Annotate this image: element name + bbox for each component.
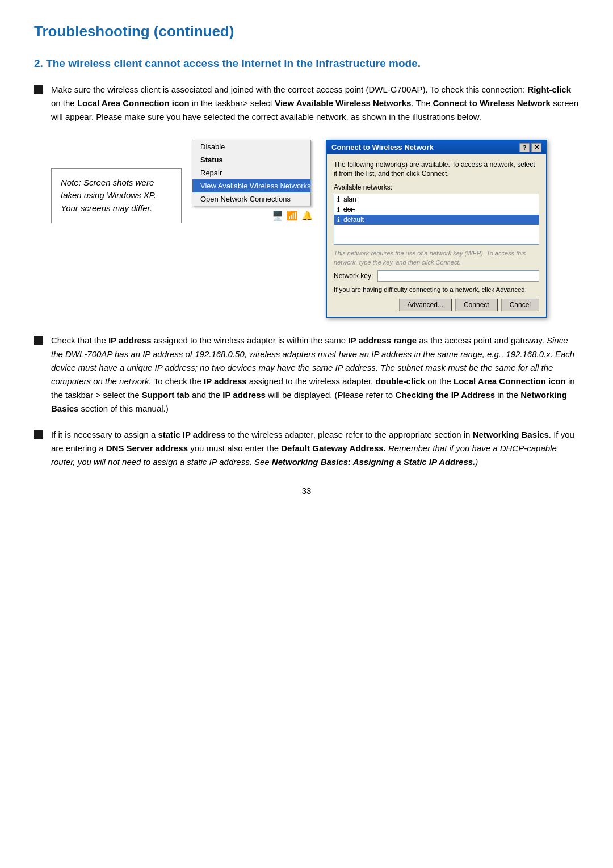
dialog-close-button[interactable]: ✕	[531, 143, 541, 152]
network-icon-alan: ℹ	[337, 195, 340, 203]
context-menu-item-open-connections[interactable]: Open Network Connections	[192, 192, 310, 206]
page-title: Troubleshooting (continued)	[34, 23, 579, 40]
dialog-help-text: If you are having difficulty connecting …	[334, 285, 539, 294]
advanced-button[interactable]: Advanced...	[399, 299, 452, 311]
dialog-titlebar: Connect to Wireless Network ? ✕	[327, 141, 546, 154]
network-name-don: don	[343, 206, 355, 213]
network-item-alan[interactable]: ℹ alan	[334, 194, 539, 204]
cancel-button[interactable]: Cancel	[501, 299, 539, 311]
network-key-label: Network key:	[334, 272, 373, 280]
section-heading: 2. The wireless client cannot access the…	[34, 56, 579, 72]
dialog-title-buttons: ? ✕	[519, 143, 541, 152]
page-number: 33	[34, 486, 579, 496]
taskbar-icons: 🖥️ 📶 🔔	[271, 209, 313, 222]
bullet-2: Check that the IP address assigned to th…	[34, 334, 579, 416]
bullet-text-2: Check that the IP address assigned to th…	[51, 334, 579, 416]
dialog-description: The following network(s) are available. …	[334, 160, 539, 179]
context-menu-area: Disable Status Repair View Available Wir…	[192, 140, 313, 222]
context-menu-item-disable[interactable]: Disable	[192, 140, 310, 153]
context-menu: Disable Status Repair View Available Wir…	[192, 140, 311, 206]
available-networks-label: Available networks:	[334, 183, 539, 191]
note-text: Note: Screen shots were taken using Wind…	[61, 178, 156, 213]
dialog-buttons: Advanced... Connect Cancel	[334, 299, 539, 311]
context-menu-item-view-wireless[interactable]: View Available Wireless Networks	[192, 179, 310, 192]
taskbar-icon-extra: 🔔	[301, 209, 313, 222]
taskbar-icon-network: 🖥️	[271, 209, 284, 222]
bullet-icon-2	[34, 336, 43, 345]
network-name-alan: alan	[343, 195, 356, 203]
bullet-3: If it is necessary to assign a static IP…	[34, 428, 579, 469]
network-icon-default: ℹ	[337, 216, 340, 224]
bullet-1: Make sure the wireless client is associa…	[34, 83, 579, 124]
network-icon-don: ℹ	[337, 206, 340, 213]
taskbar-icon-wireless: 📶	[286, 209, 299, 222]
context-menu-item-status[interactable]: Status	[192, 153, 310, 166]
note-box: Note: Screen shots were taken using Wind…	[51, 168, 182, 224]
connect-button[interactable]: Connect	[455, 299, 498, 311]
context-menu-item-repair[interactable]: Repair	[192, 166, 310, 179]
bullet-icon-3	[34, 430, 43, 439]
bullet-icon-1	[34, 85, 43, 94]
bullet-text-3: If it is necessary to assign a static IP…	[51, 428, 579, 469]
screenshots-row: Note: Screen shots were taken using Wind…	[51, 140, 579, 318]
dialog-title: Connect to Wireless Network	[331, 143, 434, 152]
network-name-default: default	[343, 216, 364, 224]
connect-dialog: Connect to Wireless Network ? ✕ The foll…	[326, 140, 547, 318]
network-item-default[interactable]: ℹ default	[334, 215, 539, 225]
dialog-help-button[interactable]: ?	[519, 143, 530, 152]
network-item-don[interactable]: ℹ don	[334, 204, 539, 215]
networks-list[interactable]: ℹ alan ℹ don ℹ default	[334, 194, 539, 245]
network-key-input[interactable]	[377, 270, 539, 282]
dialog-body: The following network(s) are available. …	[327, 154, 546, 317]
bullet-text-1: Make sure the wireless client is associa…	[51, 83, 579, 124]
network-notice: This network requires the use of a netwo…	[334, 249, 539, 267]
network-key-row: Network key:	[334, 270, 539, 282]
